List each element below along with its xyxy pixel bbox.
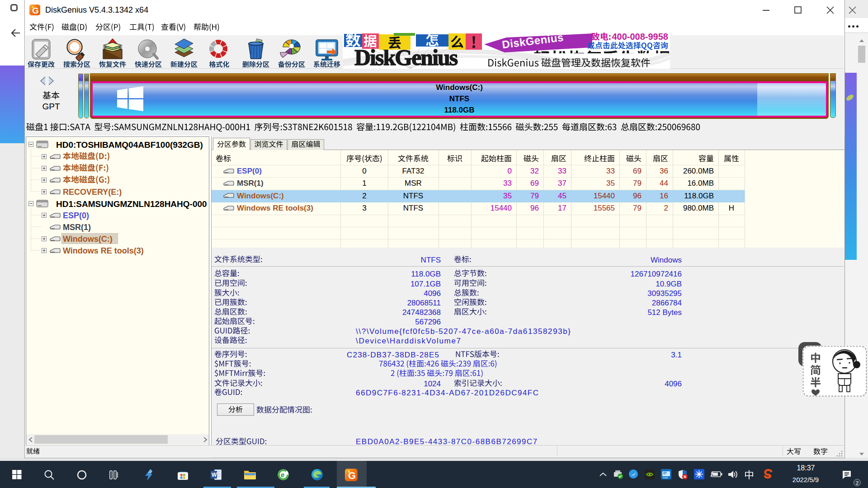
svg-text:EBD0A0A2-B9E5-4433-87C0-68B6B7: EBD0A0A2-B9E5-4433-87C0-68B6B72699C7: [356, 437, 538, 445]
svg-text:e: e: [281, 471, 284, 479]
svg-text:intel: intel: [663, 476, 668, 479]
svg-text:G: G: [348, 470, 356, 481]
svg-text:W: W: [212, 472, 217, 478]
